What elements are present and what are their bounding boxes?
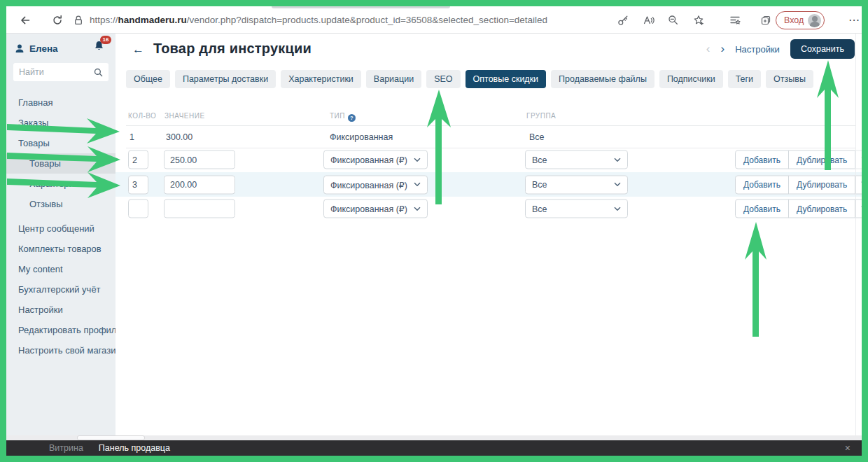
next-product-button[interactable]: › [720, 42, 724, 56]
qty-input[interactable] [128, 200, 148, 218]
product-tabs: Общее Параметры доставки Характеристики … [126, 70, 813, 88]
statusbar-close-icon[interactable]: × [845, 442, 850, 454]
sidebar-item-tovary[interactable]: Товары [6, 133, 115, 153]
collections-icon[interactable] [755, 6, 776, 34]
discount-row-new: Фиксированная (₽) Все Добавить Дублирова… [115, 197, 862, 220]
tab-downloadable-files[interactable]: Продаваемые файлы [551, 70, 654, 88]
user-name: Елена [29, 43, 58, 54]
sidebar-item-zakazy[interactable]: Заказы [6, 113, 115, 133]
duplicate-button[interactable]: Дублировать [788, 175, 855, 194]
search-input[interactable] [19, 67, 94, 77]
vendor-sidebar: Елена 16 Главная Заказы Товары Товары Ха… [6, 34, 115, 435]
read-aloud-icon[interactable] [638, 6, 659, 34]
horizontal-scrollbar[interactable] [6, 435, 862, 440]
chevron-down-icon [414, 206, 421, 211]
sidebar-item-settings[interactable]: Настройки [6, 300, 115, 320]
add-button[interactable]: Добавить [735, 200, 789, 218]
sidebar-subitem-otzyvy[interactable]: Отзывы [6, 194, 115, 214]
delete-button[interactable] [855, 200, 868, 218]
value-input[interactable] [164, 175, 235, 194]
sidebar-item-glavnaya[interactable]: Главная [6, 92, 115, 113]
row-actions: Добавить Дублировать [735, 150, 868, 169]
discount-row-highlighted: Фиксированная (₽) Все Добавить Дублирова… [115, 172, 862, 197]
tab-shipping-params[interactable]: Параметры доставки [175, 70, 276, 88]
save-button[interactable]: Сохранить [790, 39, 855, 59]
add-button[interactable]: Добавить [735, 150, 789, 169]
profile-avatar-icon [808, 14, 821, 27]
address-bar[interactable]: https://handmaderu.ru/vendor.php?dispatc… [74, 6, 547, 34]
delete-button[interactable] [855, 175, 868, 194]
column-header-value: ЗНАЧЕНИЕ [164, 112, 205, 120]
browser-menu-icon[interactable]: ⋯ [844, 6, 864, 34]
duplicate-button[interactable]: Дублировать [788, 150, 855, 169]
browser-refresh-icon[interactable] [47, 6, 68, 34]
type-select[interactable]: Фиксированная (₽) [323, 200, 428, 218]
column-header-group: ГРУППА [526, 112, 556, 120]
sidebar-item-message-center[interactable]: Центр сообщений [6, 218, 115, 239]
qty-input[interactable] [128, 150, 148, 169]
zoom-out-icon[interactable] [663, 6, 684, 34]
tab-seo[interactable]: SEO [426, 70, 460, 88]
admin-statusbar: Витрина Панель продавца × [6, 440, 862, 456]
sidebar-subitem-kharakteristiki[interactable]: Характеристики [6, 174, 115, 194]
duplicate-button[interactable]: Дублировать [788, 200, 855, 218]
sidebar-item-configure-store[interactable]: Настроить свой магазин [6, 340, 115, 360]
row1-type: Фиксированная [330, 132, 393, 142]
sidebar-subitem-tovary[interactable]: Товары [6, 153, 115, 174]
sidebar-item-my-content[interactable]: My content [6, 259, 115, 279]
type-select[interactable]: Фиксированная (₽) [323, 175, 428, 194]
browser-toolbar: https://handmaderu.ru/vendor.php?dispatc… [6, 6, 862, 34]
tab-wholesale-discounts[interactable]: Оптовые скидки [465, 70, 547, 88]
tab-subscribers[interactable]: Подписчики [659, 70, 723, 88]
row-actions: Добавить Дублировать [735, 175, 868, 194]
notifications-button[interactable]: 16 [93, 40, 106, 52]
settings-link[interactable]: Настройки [735, 44, 780, 55]
tab-tags[interactable]: Теги [728, 70, 761, 88]
column-header-type: ТИП? [330, 112, 356, 122]
scrollbar-thumb[interactable] [77, 435, 145, 440]
browser-back-icon[interactable] [15, 6, 36, 34]
qty-input[interactable] [128, 175, 148, 194]
prev-product-button[interactable]: ‹ [706, 42, 710, 56]
back-arrow-button[interactable]: ← [132, 43, 144, 57]
sidebar-item-product-bundles[interactable]: Комплекты товаров [6, 239, 115, 259]
value-input[interactable] [164, 150, 235, 169]
add-favorite-star-icon[interactable] [688, 6, 709, 34]
sidebar-item-edit-profile[interactable]: Редактировать профиль [6, 320, 115, 340]
value-input[interactable] [164, 200, 235, 218]
chevron-down-icon [614, 206, 621, 211]
chevron-down-icon [614, 183, 621, 187]
add-button[interactable]: Добавить [735, 175, 789, 194]
tab-reviews[interactable]: Отзывы [766, 70, 813, 88]
search-icon [94, 68, 103, 77]
row-actions: Добавить Дублировать [735, 200, 868, 218]
type-select[interactable]: Фиксированная (₽) [323, 150, 428, 169]
sidebar-search[interactable] [13, 63, 108, 81]
notification-badge: 16 [100, 36, 111, 44]
favorites-list-icon[interactable] [724, 6, 746, 34]
group-select[interactable]: Все [525, 150, 628, 169]
user-icon [15, 43, 24, 53]
page-scrollbar-track[interactable] [855, 34, 856, 435]
login-button[interactable]: Вход [776, 11, 825, 29]
divider [126, 125, 856, 126]
group-select[interactable]: Все [525, 200, 628, 218]
row1-group: Все [529, 132, 545, 142]
tab-variations[interactable]: Вариации [366, 70, 421, 88]
storefront-link[interactable]: Витрина [49, 443, 83, 453]
chevron-down-icon [414, 183, 421, 187]
sidebar-nav: Главная Заказы Товары Товары Характерист… [6, 92, 115, 360]
trash-icon [861, 204, 868, 214]
group-select[interactable]: Все [525, 175, 628, 194]
delete-button [855, 150, 868, 169]
main-content: ← Товар для инструкции ‹ › Настройки Сох… [115, 34, 862, 435]
column-header-qty: КОЛ-ВО [128, 112, 156, 120]
password-key-icon[interactable] [612, 6, 634, 34]
help-icon[interactable]: ? [348, 114, 356, 122]
tab-general[interactable]: Общее [126, 70, 170, 88]
trash-icon [861, 180, 868, 190]
sidebar-item-accounting[interactable]: Бухгалтерский учёт [6, 279, 115, 300]
tab-features[interactable]: Характеристики [281, 70, 361, 88]
vendor-panel-link[interactable]: Панель продавца [99, 443, 170, 453]
lock-icon [74, 15, 83, 26]
